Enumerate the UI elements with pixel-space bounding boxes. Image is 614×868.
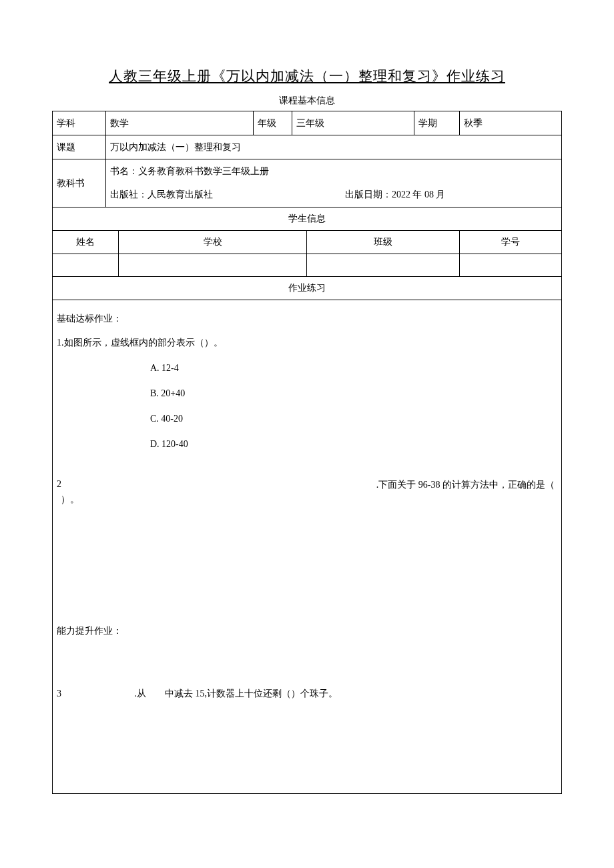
value-topic: 万以内加减法（一）整理和复习 [106,135,562,159]
header-class: 班级 [307,231,460,254]
spacer [57,646,557,679]
ability-homework-label: 能力提升作业： [57,622,557,640]
table-row: 学生信息 [53,207,562,231]
table-row: 基础达标作业： 1.如图所示，虚线框内的部分表示（）。 A. 12-4 B. 2… [53,300,562,794]
q1-stem: 1.如图所示，虚线框内的部分表示（）。 [57,334,557,352]
q3-stem: 3 .从 中减去 15,计数器上十位还剩（）个珠子。 [57,685,557,703]
table-row: 课题 万以内加减法（一）整理和复习 [53,135,562,159]
value-publisher-row: 出版社：人民教育出版社 出版日期：2022 年 08 月 [106,183,562,207]
value-pubdate: 出版日期：2022 年 08 月 [345,189,446,199]
label-term: 学期 [414,111,460,135]
q3-from: .从 [65,685,165,703]
q3-text: 中减去 15,计数器上十位还剩（）个珠子。 [165,685,338,703]
table-row: 教科书 书名：义务教育教科书数学三年级上册 [53,159,562,183]
q1-option-d: D. 120-40 [150,435,557,454]
q1-option-b: B. 20+40 [150,384,557,403]
homework-content: 基础达标作业： 1.如图所示，虚线框内的部分表示（）。 A. 12-4 B. 2… [53,300,562,794]
q1-option-c: C. 40-20 [150,410,557,428]
value-grade: 三年级 [292,111,414,135]
value-subject: 数学 [106,111,254,135]
page-title: 人教三年级上册《万以内加减法（一）整理和复习》作业练习 [52,67,562,85]
input-name[interactable] [53,254,119,277]
table-row: 姓名 学校 班级 学号 [53,231,562,254]
label-textbook: 教科书 [53,159,106,207]
input-id[interactable] [460,254,562,277]
course-info-header: 课程基本信息 [52,95,562,107]
student-info-header: 学生信息 [53,207,562,231]
input-school[interactable] [119,254,307,277]
q2-text: .下面关于 96-38 的计算方法中，正确的是（ [75,479,557,491]
course-info-table: 学科 数学 年级 三年级 学期 秋季 课题 万以内加减法（一）整理和复习 教科书… [52,111,562,231]
header-name: 姓名 [53,231,119,254]
q2-tail: ）。 [57,494,557,506]
table-row: 作业练习 [53,277,562,300]
value-term: 秋季 [460,111,562,135]
label-grade: 年级 [254,111,292,135]
q1-options: A. 12-4 B. 20+40 C. 40-20 D. 120-40 [150,359,557,454]
label-subject: 学科 [53,111,106,135]
value-bookname: 书名：义务教育教科书数学三年级上册 [106,159,562,183]
value-publisher: 出版社：人民教育出版社 [110,189,342,201]
table-row: 出版社：人民教育出版社 出版日期：2022 年 08 月 [53,183,562,207]
q2-number: 2 [57,479,75,491]
q2-stem: 2 .下面关于 96-38 的计算方法中，正确的是（ [57,479,557,491]
header-school: 学校 [119,231,307,254]
q3-number: 3 [57,685,65,703]
spacer [57,506,557,619]
q1-option-a: A. 12-4 [150,359,557,378]
basic-homework-label: 基础达标作业： [57,310,557,328]
label-topic: 课题 [53,135,106,159]
header-id: 学号 [460,231,562,254]
input-class[interactable] [307,254,460,277]
table-row [53,254,562,277]
student-info-table: 姓名 学校 班级 学号 作业练习 基础达标作业： 1.如图所示，虚线框内的部分表… [52,231,562,794]
homework-header: 作业练习 [53,277,562,300]
table-row: 学科 数学 年级 三年级 学期 秋季 [53,111,562,135]
